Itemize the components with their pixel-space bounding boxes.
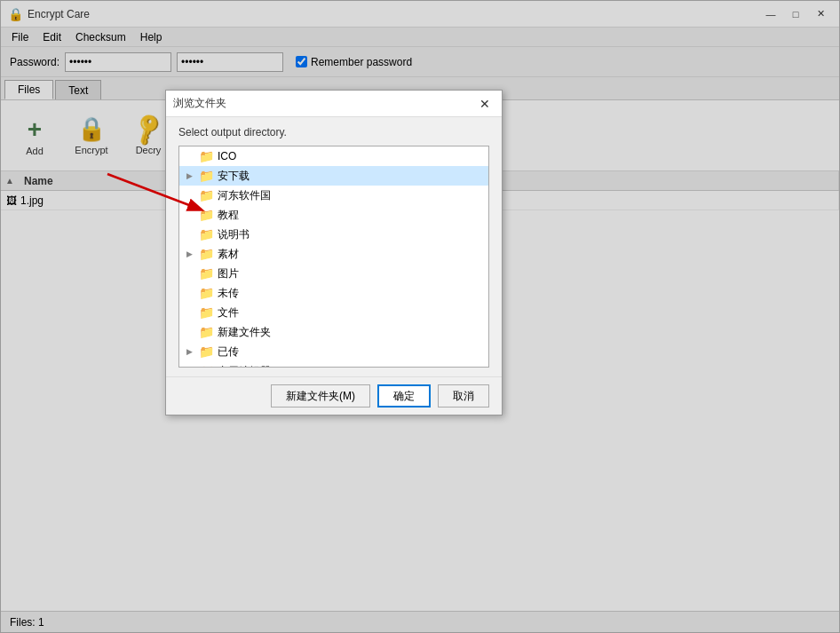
cancel-button[interactable]: 取消 <box>438 384 489 407</box>
folder-icon: 📁 <box>199 266 214 281</box>
list-item[interactable]: 📁ICO <box>179 146 488 166</box>
folder-tree[interactable]: 📁ICO▶📁安下载📁河东软件国📁教程📁说明书▶📁素材📁图片📁未传📁文件📁新建文件… <box>178 146 489 368</box>
browse-folder-dialog: 浏览文件夹 ✕ Select output directory. 📁ICO▶📁安… <box>165 90 503 415</box>
list-item[interactable]: 📁文件 <box>179 303 488 322</box>
folder-name: 素材 <box>218 247 239 262</box>
dialog-title: 浏览文件夹 <box>173 96 475 111</box>
folder-name: 安下载 <box>218 169 250 184</box>
dialog-subtitle: Select output directory. <box>178 126 489 138</box>
folder-name: 教程 <box>218 208 239 223</box>
folder-name: ICO <box>218 150 236 162</box>
list-item[interactable]: ▶📁安下载 <box>179 166 488 186</box>
folder-icon: 📁 <box>199 208 214 222</box>
dialog-close-button[interactable]: ✕ <box>475 94 495 114</box>
folder-icon: 📁 <box>199 286 214 300</box>
list-item[interactable]: 📁河东软件国 <box>179 186 488 205</box>
folder-name: 文件 <box>218 305 239 320</box>
list-item[interactable]: ▶📁已传 <box>179 342 488 361</box>
list-item[interactable]: 📁图片 <box>179 264 488 283</box>
list-item[interactable]: 📁说明书 <box>179 225 488 244</box>
folder-icon: 📁 <box>199 149 214 163</box>
chevron-right-icon: ▶ <box>186 249 199 258</box>
folder-name: 说明书 <box>218 227 250 242</box>
list-item[interactable]: 📁未传 <box>179 283 488 303</box>
list-item[interactable]: ▶📁素材 <box>179 244 488 264</box>
new-folder-button[interactable]: 新建文件夹(M) <box>271 384 370 407</box>
folder-icon: 📁 <box>199 227 214 241</box>
folder-icon: 📁 <box>199 364 214 368</box>
main-window: 🔒 Encrypt Care — □ ✕ File Edit Checksum … <box>0 0 840 633</box>
dialog-body: Select output directory. 📁ICO▶📁安下载📁河东软件国… <box>166 117 502 376</box>
list-item[interactable]: ▶📁专用编辑器 <box>179 361 488 368</box>
folder-icon: 📁 <box>199 247 214 261</box>
chevron-right-icon: ▶ <box>186 367 199 368</box>
folder-icon: 📁 <box>199 169 214 183</box>
folder-name: 已传 <box>218 344 239 360</box>
folder-icon: 📁 <box>199 344 214 359</box>
folder-icon: 📁 <box>199 325 214 339</box>
chevron-right-icon: ▶ <box>186 171 199 180</box>
folder-icon: 📁 <box>199 305 214 320</box>
list-item[interactable]: 📁教程 <box>179 205 488 225</box>
dialog-title-bar: 浏览文件夹 ✕ <box>166 91 502 117</box>
dialog-overlay: 浏览文件夹 ✕ Select output directory. 📁ICO▶📁安… <box>1 1 839 632</box>
folder-name: 未传 <box>218 286 239 301</box>
chevron-right-icon: ▶ <box>186 347 199 356</box>
folder-name: 专用编辑器 <box>218 364 271 368</box>
folder-name: 河东软件国 <box>218 188 271 203</box>
ok-button[interactable]: 确定 <box>377 384 431 407</box>
folder-name: 新建文件夹 <box>218 325 271 340</box>
dialog-footer: 新建文件夹(M) 确定 取消 <box>166 376 502 415</box>
folder-icon: 📁 <box>199 188 214 202</box>
folder-name: 图片 <box>218 266 239 281</box>
list-item[interactable]: 📁新建文件夹 <box>179 322 488 342</box>
